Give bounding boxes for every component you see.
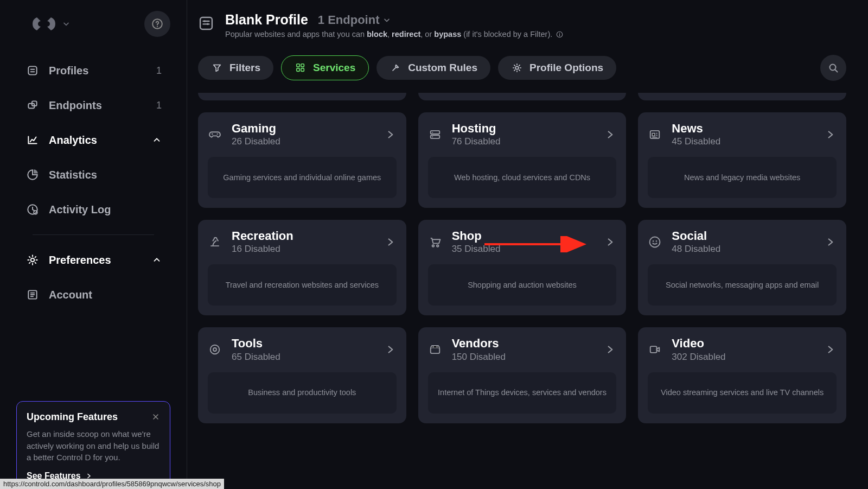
main-content: Blank Profile 1 Endpoint Popular website… xyxy=(187,0,868,489)
activity-icon xyxy=(26,203,39,216)
page-description: Popular websites and apps that you can b… xyxy=(225,30,564,39)
toolbar: Filters Services Custom Rules Profile Op… xyxy=(198,55,846,81)
card-stub xyxy=(638,93,846,100)
sidebar-item-account[interactable]: Account xyxy=(16,277,170,312)
page-icon xyxy=(198,15,215,33)
status-bar: https://controld.com/dashboard/profiles/… xyxy=(0,479,224,489)
service-card-shop[interactable]: Shop35 DisabledShopping and auction webs… xyxy=(418,220,627,315)
card-description: News and legacy media websites xyxy=(648,157,837,198)
upcoming-title: Upcoming Features xyxy=(27,411,118,423)
card-description: Video streaming services and live TV cha… xyxy=(648,372,837,414)
sidebar-item-analytics[interactable]: Analytics xyxy=(16,123,170,157)
upcoming-close-button[interactable] xyxy=(151,412,160,421)
card-subtitle: 45 Disabled xyxy=(672,136,815,147)
cards-scroll[interactable]: Gaming26 DisabledGaming services and ind… xyxy=(198,93,846,489)
shop-icon xyxy=(428,235,442,249)
upcoming-features-card: Upcoming Features Get an inside scoop on… xyxy=(16,401,170,489)
vendors-icon xyxy=(428,342,442,357)
sidebar-item-label: Statistics xyxy=(49,169,162,181)
service-card-hosting[interactable]: Hosting76 DisabledWeb hosting, cloud ser… xyxy=(418,112,627,208)
endpoints-icon xyxy=(26,99,39,112)
sidebar-item-label: Account xyxy=(49,289,162,301)
card-stub xyxy=(198,93,406,100)
card-subtitle: 48 Disabled xyxy=(672,244,815,255)
card-description: Travel and recreation websites and servi… xyxy=(208,264,397,306)
card-title: Video xyxy=(672,337,815,350)
help-button[interactable] xyxy=(144,11,170,37)
card-title: Hosting xyxy=(452,122,595,135)
tab-profile-options[interactable]: Profile Options xyxy=(498,56,616,80)
card-title: Shop xyxy=(452,230,595,243)
search-button[interactable] xyxy=(820,55,846,81)
tab-custom-rules[interactable]: Custom Rules xyxy=(376,56,490,80)
sidebar: Profiles 1 Endpoints 1 Analytics Statist… xyxy=(0,0,187,489)
service-card-video[interactable]: Video302 DisabledVideo streaming service… xyxy=(638,327,846,423)
endpoint-label: 1 Endpoint xyxy=(318,13,380,27)
sidebar-item-count: 1 xyxy=(156,100,162,111)
chevron-down-icon xyxy=(382,16,391,24)
chevron-right-icon xyxy=(825,344,837,355)
sidebar-item-label: Analytics xyxy=(49,134,152,147)
sidebar-item-preferences[interactable]: Preferences xyxy=(16,243,170,277)
card-subtitle: 35 Disabled xyxy=(452,244,595,255)
chevron-down-icon xyxy=(62,20,71,28)
gear-icon xyxy=(512,62,522,73)
sidebar-item-label: Activity Log xyxy=(49,204,162,216)
chevron-right-icon xyxy=(604,129,616,141)
axe-icon xyxy=(390,62,401,73)
partial-row xyxy=(198,93,846,100)
service-card-recreation[interactable]: Recreation16 DisabledTravel and recreati… xyxy=(198,220,406,315)
logo[interactable] xyxy=(30,13,71,35)
cards-grid: Gaming26 DisabledGaming services and ind… xyxy=(198,112,846,423)
card-description: Social networks, messaging apps and emai… xyxy=(648,264,837,306)
sliders-icon xyxy=(198,15,214,31)
card-subtitle: 150 Disabled xyxy=(452,352,595,363)
service-card-vendors[interactable]: Vendors150 DisabledInternet of Things de… xyxy=(418,327,627,423)
service-card-news[interactable]: News45 DisabledNews and legacy media web… xyxy=(638,112,846,208)
card-description: Web hosting, cloud services and CDNs xyxy=(428,157,617,198)
chevron-right-icon xyxy=(385,236,397,248)
card-title: Vendors xyxy=(452,337,595,350)
card-description: Internet of Things devices, services and… xyxy=(428,372,617,414)
tab-services[interactable]: Services xyxy=(281,55,369,80)
card-title: Social xyxy=(672,230,815,243)
service-card-social[interactable]: Social48 DisabledSocial networks, messag… xyxy=(638,220,846,315)
card-subtitle: 65 Disabled xyxy=(232,352,375,363)
video-icon xyxy=(648,342,662,357)
recreation-icon xyxy=(208,235,222,249)
chevron-up-icon xyxy=(152,255,162,265)
sidebar-item-label: Endpoints xyxy=(49,99,156,112)
hosting-icon xyxy=(428,128,442,142)
upcoming-body: Get an inside scoop on what we're active… xyxy=(27,428,160,463)
chevron-right-icon xyxy=(604,236,616,248)
card-subtitle: 302 Disabled xyxy=(672,352,815,363)
sidebar-item-statistics[interactable]: Statistics xyxy=(16,157,170,192)
grid-icon xyxy=(295,62,306,73)
gear-icon xyxy=(26,253,39,266)
analytics-icon xyxy=(26,134,39,147)
statistics-icon xyxy=(26,168,39,181)
info-icon[interactable] xyxy=(556,30,564,39)
page-header: Blank Profile 1 Endpoint Popular website… xyxy=(198,12,846,39)
profiles-icon xyxy=(26,64,39,77)
service-card-gaming[interactable]: Gaming26 DisabledGaming services and ind… xyxy=(198,112,406,208)
card-description: Gaming services and individual online ga… xyxy=(208,157,397,198)
social-icon xyxy=(648,235,662,249)
endpoint-dropdown[interactable]: 1 Endpoint xyxy=(318,13,392,27)
chevron-right-icon xyxy=(385,129,397,141)
account-icon xyxy=(26,288,39,301)
card-title: Tools xyxy=(232,337,375,350)
sidebar-item-count: 1 xyxy=(156,65,162,77)
sidebar-item-profiles[interactable]: Profiles 1 xyxy=(16,53,170,88)
sidebar-item-activity-log[interactable]: Activity Log xyxy=(16,192,170,227)
search-icon xyxy=(828,62,839,73)
sidebar-item-label: Preferences xyxy=(49,254,152,266)
chevron-right-icon xyxy=(385,344,397,355)
card-description: Business and productivity tools xyxy=(208,372,397,414)
sidebar-item-endpoints[interactable]: Endpoints 1 xyxy=(16,88,170,123)
tools-icon xyxy=(208,342,222,357)
service-card-tools[interactable]: Tools65 DisabledBusiness and productivit… xyxy=(198,327,406,423)
tab-filters[interactable]: Filters xyxy=(198,56,273,80)
close-icon xyxy=(151,412,160,421)
chevron-right-icon xyxy=(825,129,837,141)
